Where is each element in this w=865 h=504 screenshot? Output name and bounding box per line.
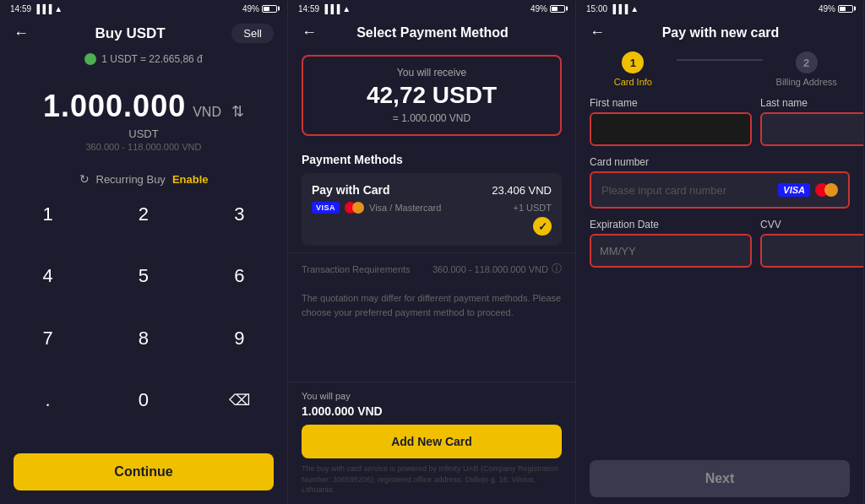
- signal-icon-3: ▐▐▐: [610, 4, 628, 14]
- last-name-input[interactable]: [760, 112, 864, 146]
- recurring-icon: ↻: [79, 172, 90, 186]
- tab-1-circle: 1: [622, 51, 644, 73]
- tab-card-info[interactable]: 1 Card Info: [590, 51, 677, 87]
- payment-card[interactable]: Pay with Card 23.406 VND VISA Visa / Mas…: [302, 173, 562, 246]
- status-time-1: 14:59: [10, 4, 31, 14]
- num-key-1[interactable]: 1: [0, 192, 95, 236]
- num-key-dot[interactable]: .: [0, 378, 95, 422]
- tab-divider: [677, 59, 764, 61]
- selected-check-icon: ✓: [533, 217, 552, 236]
- enable-button[interactable]: Enable: [172, 173, 209, 186]
- status-time-2: 14:59: [298, 4, 319, 14]
- num-key-8[interactable]: 8: [95, 317, 191, 360]
- expiration-label: Expiration Date: [590, 219, 752, 230]
- cvv-label: CVV: [760, 219, 864, 230]
- pay-new-card-title: Pay with new card: [612, 25, 830, 41]
- coin-icon: [84, 53, 96, 65]
- select-payment-header: ← Select Payment Method: [288, 17, 575, 48]
- transaction-req-row: Transaction Requirements 360.000 - 118.0…: [288, 252, 575, 285]
- status-left-2: 14:59 ▐▐▐ ▲: [298, 4, 351, 14]
- receive-box: You will receive 42,72 USDT = 1.000.000 …: [302, 55, 562, 136]
- status-bar-1: 14:59 ▐▐▐ ▲ 49%: [0, 0, 287, 17]
- wifi-icon-2: ▲: [342, 4, 351, 14]
- you-will-pay-label: You will pay: [302, 391, 562, 401]
- num-key-4[interactable]: 4: [0, 254, 95, 298]
- cvv-input[interactable]: [760, 234, 864, 268]
- swap-icon[interactable]: ⇅: [231, 102, 244, 121]
- quotation-note: The quotation may differ for different p…: [288, 285, 575, 326]
- card-type-label: Visa / Mastercard: [369, 203, 441, 213]
- num-key-0[interactable]: 0: [95, 378, 191, 422]
- signal-icon-2: ▐▐▐: [322, 4, 340, 14]
- status-time-3: 15:00: [586, 4, 607, 14]
- payment-methods-label: Payment Methods: [288, 143, 575, 173]
- signal-icon-1: ▐▐▐: [34, 4, 52, 14]
- num-key-3[interactable]: 3: [192, 192, 287, 236]
- transaction-req-label: Transaction Requirements: [302, 264, 411, 274]
- continue-button[interactable]: Continue: [14, 453, 274, 490]
- num-key-7[interactable]: 7: [0, 317, 95, 360]
- select-payment-title: Select Payment Method: [324, 25, 541, 41]
- expiration-input[interactable]: [590, 234, 752, 268]
- payment-card-top: Pay with Card 23.406 VND: [312, 183, 552, 197]
- screen-buy-usdt: 14:59 ▐▐▐ ▲ 49% ← Buy USDT Sell 1 USDT =…: [0, 0, 288, 504]
- num-key-9[interactable]: 9: [192, 317, 287, 360]
- sell-button[interactable]: Sell: [231, 24, 274, 43]
- last-name-label: Last name: [760, 97, 864, 109]
- last-name-group: Last name: [760, 97, 864, 146]
- first-name-input[interactable]: [590, 112, 752, 146]
- battery-icon-1: [262, 5, 277, 13]
- amount-currency: VND: [193, 105, 221, 120]
- tab-1-label: Card Info: [614, 77, 652, 87]
- first-name-group: First name: [590, 97, 752, 146]
- battery-percent-3: 49%: [819, 4, 835, 14]
- screen-select-payment: 14:59 ▐▐▐ ▲ 49% ← Select Payment Method …: [288, 0, 576, 504]
- status-left-3: 15:00 ▐▐▐ ▲: [586, 4, 639, 14]
- exp-cvv-row: Expiration Date CVV: [590, 219, 850, 268]
- powered-by-text: The buy with card service is powered by …: [302, 463, 562, 496]
- expiration-group: Expiration Date: [590, 219, 752, 268]
- add-new-card-button[interactable]: Add New Card: [302, 425, 562, 458]
- tab-2-circle: 2: [796, 51, 818, 73]
- card-number-placeholder: Please input card number: [601, 184, 771, 197]
- num-key-5[interactable]: 5: [95, 254, 191, 298]
- name-row: First name Last name: [590, 97, 850, 146]
- amount-display: 1.000.000 VND ⇅ USDT 360.000 - 118.000.0…: [0, 72, 287, 159]
- visa-icon: VISA: [778, 183, 810, 197]
- card-number-label: Card number: [590, 156, 850, 168]
- mc-badge: [345, 202, 364, 214]
- card-form: First name Last name Card number Please …: [576, 97, 863, 504]
- card-number-section: Card number Please input card number VIS…: [590, 156, 850, 209]
- rate-row: 1 USDT = 22.665,86 đ: [0, 50, 287, 72]
- num-key-2[interactable]: 2: [95, 192, 191, 236]
- recurring-row: ↻ Recurring Buy Enable: [0, 159, 287, 192]
- battery-icon-3: [838, 5, 853, 13]
- back-arrow-2[interactable]: ←: [302, 24, 317, 41]
- receive-vnd: = 1.000.000 VND: [313, 112, 550, 124]
- back-arrow-3[interactable]: ←: [590, 24, 605, 41]
- next-button[interactable]: Next: [590, 460, 850, 497]
- status-right-2: 49%: [530, 4, 565, 14]
- tab-billing-address[interactable]: 2 Billing Address: [763, 51, 850, 87]
- back-arrow-1[interactable]: ←: [14, 24, 29, 42]
- pay-total: 1.000.000 VND: [302, 404, 562, 418]
- pay-new-card-header: ← Pay with new card: [576, 17, 863, 48]
- screen-pay-new-card: 15:00 ▐▐▐ ▲ 49% ← Pay with new card 1 Ca…: [576, 0, 864, 504]
- status-bar-3: 15:00 ▐▐▐ ▲ 49%: [576, 0, 863, 17]
- numpad: 1 2 3 4 5 6 7 8 9 . 0 ⌫: [0, 192, 287, 447]
- num-key-backspace[interactable]: ⌫: [192, 378, 287, 422]
- pay-with-card-label: Pay with Card: [312, 183, 390, 197]
- buy-usdt-title: Buy USDT: [95, 25, 166, 42]
- transaction-req-value: 360.000 - 118.000.000 VND: [432, 264, 548, 274]
- mc-icon: [815, 183, 838, 197]
- num-key-6[interactable]: 6: [192, 254, 287, 298]
- tab-2-number: 2: [803, 57, 809, 69]
- pay-amount: 23.406 VND: [492, 184, 552, 197]
- card-icons-row: VISA Visa / Mastercard: [312, 202, 441, 214]
- status-right-1: 49%: [242, 4, 277, 14]
- visa-badge: VISA: [312, 202, 340, 214]
- status-right-3: 49%: [819, 4, 853, 14]
- card-number-field[interactable]: Please input card number VISA: [590, 171, 850, 209]
- status-left-1: 14:59 ▐▐▐ ▲: [10, 4, 63, 14]
- rate-text: 1 USDT = 22.665,86 đ: [101, 53, 203, 65]
